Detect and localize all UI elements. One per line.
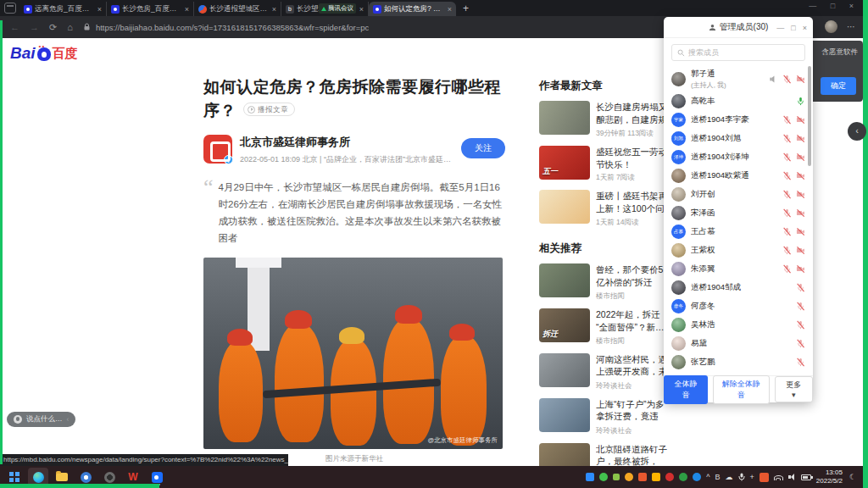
browser-tab[interactable]: 远离危房_百度搜索× xyxy=(19,2,107,16)
confirm-button[interactable]: 确定 xyxy=(821,77,856,95)
member-row[interactable]: 宇豪道桥1904李宇豪 xyxy=(664,110,813,129)
mic-off-icon[interactable] xyxy=(782,75,792,84)
tray-wechat-icon[interactable] xyxy=(599,473,608,481)
maximize-icon[interactable]: □ xyxy=(791,24,795,32)
collapse-icon[interactable]: ‹ xyxy=(67,415,70,424)
mic-off-icon[interactable] xyxy=(782,227,792,236)
browser-tab[interactable]: 如何认定危房? 危房拆除需要履…× xyxy=(369,2,456,16)
author-avatar[interactable]: v xyxy=(203,135,232,164)
comment-pill[interactable]: 说点什么… ‹ xyxy=(7,412,75,427)
tray-bluetooth-icon[interactable]: B xyxy=(715,473,721,481)
member-search-input[interactable] xyxy=(688,48,799,57)
browser-tab[interactable]: b长沙望城自建房倒塌事故救援×腾讯会议 xyxy=(281,2,369,16)
mic-off-icon[interactable] xyxy=(782,152,792,162)
camera-off-icon[interactable] xyxy=(796,246,805,255)
unmute-all-button[interactable]: 解除全体静音 xyxy=(713,375,770,404)
sidebar-article-item[interactable]: 上海“钉子户”为多拿拆迁费，竟违规…玲玲谈社会 xyxy=(539,398,671,436)
camera-off-icon[interactable] xyxy=(796,115,805,125)
tab-close-icon[interactable]: × xyxy=(96,5,102,14)
member-row[interactable]: 宋泽函 xyxy=(664,203,813,222)
mic-off-icon[interactable] xyxy=(796,283,805,292)
baidu-logo[interactable]: Bai 百度 xyxy=(10,44,78,63)
close-icon[interactable]: × xyxy=(803,24,807,32)
browser-window-controls[interactable]: — □ × xyxy=(809,2,860,10)
browser-menu-icon[interactable]: ⋯ xyxy=(847,22,856,31)
tray-mic-icon[interactable] xyxy=(738,473,745,481)
tray-move-icon[interactable]: + xyxy=(750,473,754,481)
tab-search-icon[interactable] xyxy=(4,3,16,14)
tray-folder-icon[interactable] xyxy=(652,473,660,481)
battery-icon[interactable] xyxy=(801,474,811,480)
mic-off-icon[interactable] xyxy=(782,190,792,199)
member-row[interactable]: 道桥1904欧紫通 xyxy=(664,166,813,185)
tab-close-icon[interactable]: × xyxy=(358,5,364,14)
new-tab-button[interactable]: + xyxy=(456,3,476,16)
browser-tab[interactable]: 长沙危房_百度搜索× xyxy=(107,2,194,16)
tray-expand-icon[interactable]: ^ xyxy=(706,473,709,481)
tray-qq-icon[interactable] xyxy=(625,473,633,481)
minimize-icon[interactable]: — xyxy=(776,24,784,32)
mic-off-icon[interactable] xyxy=(782,208,792,218)
member-row[interactable]: 易黛 xyxy=(664,334,813,352)
tray-app-icon[interactable] xyxy=(693,473,701,481)
mic-off-icon[interactable] xyxy=(796,358,805,367)
member-row[interactable]: 彦冬何彦冬 xyxy=(664,297,813,315)
sidebar-article-item[interactable]: 曾经，那个要价5亿补偿的“拆迁户”…楼市指闻 xyxy=(539,263,671,302)
tray-red-app-icon[interactable] xyxy=(760,473,769,482)
browser-tab[interactable]: 长沙通报望城区居民自建房倒塌× xyxy=(194,2,281,16)
mic-on-icon[interactable] xyxy=(796,97,805,106)
mic-off-icon[interactable] xyxy=(782,264,792,274)
back-icon[interactable]: ← xyxy=(10,22,19,32)
camera-off-icon[interactable] xyxy=(796,134,805,143)
member-row[interactable]: 泽坤道桥1904刘泽坤 xyxy=(664,147,813,166)
sidebar-article-item[interactable]: 拆迁2022年起，拆迁“全面暂停”？新…楼市指闻 xyxy=(539,308,671,346)
member-search[interactable] xyxy=(671,44,805,61)
mic-off-icon[interactable] xyxy=(796,320,805,330)
mic-off-icon[interactable] xyxy=(782,246,792,255)
camera-off-icon[interactable] xyxy=(796,75,805,84)
tray-shield-icon[interactable] xyxy=(665,473,674,481)
camera-off-icon[interactable] xyxy=(796,190,805,199)
mic-off-icon[interactable] xyxy=(796,302,805,311)
panel-scrollbar[interactable] xyxy=(808,66,811,166)
tab-close-icon[interactable]: × xyxy=(270,5,276,14)
member-row[interactable]: 高乾丰 xyxy=(664,92,813,110)
mic-off-icon[interactable] xyxy=(782,171,792,180)
follow-button[interactable]: 关注 xyxy=(461,138,505,158)
mic-off-icon[interactable] xyxy=(796,339,805,348)
tab-close-icon[interactable]: × xyxy=(183,5,189,14)
sidebar-article-item[interactable]: 五一盛廷祝您五一劳动节快乐！1天前 7阅读 xyxy=(539,146,671,183)
sidebar-article-item[interactable]: 重磅丨盛廷书架再上新！这100个问题…1天前 14阅读 xyxy=(539,190,671,228)
member-row[interactable]: 道桥1904邹成 xyxy=(664,278,813,297)
audio-icon[interactable] xyxy=(769,75,778,84)
refresh-icon[interactable]: ⟳ xyxy=(49,22,57,33)
tray-app-icon[interactable] xyxy=(679,473,687,481)
home-icon[interactable]: ⌂ xyxy=(67,22,73,32)
tray-app-icon[interactable] xyxy=(613,474,620,480)
member-row[interactable]: 刘旭道桥1904刘旭 xyxy=(664,129,813,147)
sidebar-article-item[interactable]: 北京阻碍道路钉子户，最终被拆，网…小袋妹漫画 xyxy=(539,443,671,466)
tray-cloud-icon[interactable]: ☁ xyxy=(726,473,733,481)
tray-app-icon[interactable] xyxy=(638,473,647,481)
tab-close-icon[interactable]: × xyxy=(446,5,452,14)
broadcast-badge[interactable]: 播报文章 xyxy=(243,103,295,116)
member-row[interactable]: 吴林浩 xyxy=(664,315,813,334)
member-row[interactable]: 郭子通(主持人, 我) xyxy=(664,66,813,92)
volume-icon[interactable] xyxy=(788,474,796,480)
camera-off-icon[interactable] xyxy=(796,227,805,236)
profile-avatar[interactable] xyxy=(825,20,837,33)
member-row[interactable]: 刘开创 xyxy=(664,185,813,203)
camera-off-icon[interactable] xyxy=(796,171,805,180)
mic-off-icon[interactable] xyxy=(782,134,792,143)
sidebar-collapse-handle[interactable]: ‹ xyxy=(848,122,866,141)
camera-off-icon[interactable] xyxy=(796,264,805,274)
member-row[interactable]: 王紫权 xyxy=(664,241,813,259)
member-row[interactable]: 张艺鹏 xyxy=(664,352,813,371)
member-row[interactable]: 占慕王占慕 xyxy=(664,222,813,241)
member-row[interactable]: 朱添翼 xyxy=(664,259,813,278)
wifi-icon[interactable] xyxy=(774,474,783,480)
mute-all-button[interactable]: 全体静音 xyxy=(664,375,708,404)
tray-meeting-icon[interactable] xyxy=(586,473,594,481)
forward-icon[interactable]: → xyxy=(30,22,39,32)
mic-off-icon[interactable] xyxy=(782,115,792,125)
